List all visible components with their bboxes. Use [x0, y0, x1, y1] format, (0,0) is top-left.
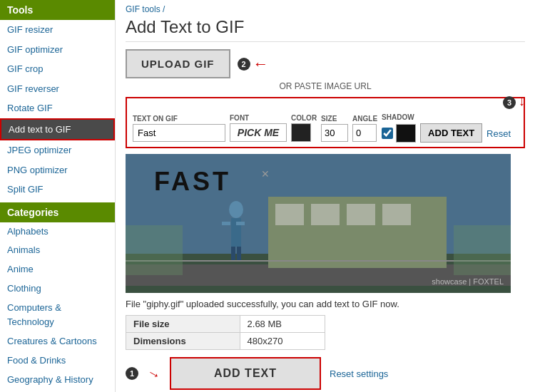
add-text-big-button[interactable]: ADD TEXT	[170, 357, 321, 390]
svg-rect-15	[126, 225, 183, 275]
bottom-badge: 1	[126, 367, 138, 380]
sidebar-item-jpeg-optimizer[interactable]: JPEG optimizer	[0, 140, 115, 160]
cat-alphabets[interactable]: Alphabets	[0, 222, 115, 242]
angle-label: ANGLE	[352, 115, 377, 123]
sidebar-item-gif-crop[interactable]: GIF crop	[0, 59, 115, 79]
breadcrumb: GIF tools /	[126, 4, 525, 14]
file-success-message: File "giphy.gif" uploaded successfully, …	[126, 299, 525, 309]
font-label: FONT	[230, 114, 287, 122]
cat-anime[interactable]: Anime	[0, 260, 115, 279]
gif-watermark: showcase | FOXTEL	[432, 277, 504, 286]
main-content: GIF tools / Add Text to GIF UPLOAD GIF 2…	[116, 0, 535, 392]
cat-clothing[interactable]: Clothing	[0, 279, 115, 299]
sidebar-item-add-text-gif[interactable]: Add text to GIF	[0, 118, 115, 141]
table-row: File size 2.68 MB	[126, 316, 325, 333]
shadow-checkbox[interactable]	[382, 128, 393, 139]
file-size-label: File size	[126, 316, 240, 333]
svg-rect-5	[311, 204, 340, 225]
font-picker[interactable]: PICK ME	[230, 123, 287, 142]
sidebar-item-gif-optimizer[interactable]: GIF optimizer	[0, 40, 115, 60]
categories-header: Categories	[0, 202, 115, 222]
svg-rect-11	[237, 247, 241, 261]
angle-group: ANGLE	[352, 115, 377, 142]
shadow-label: SHADOW	[382, 113, 416, 121]
cat-animals[interactable]: Animals	[0, 241, 115, 260]
text-on-gif-input[interactable]	[133, 124, 225, 142]
sidebar-item-gif-reverser[interactable]: GIF reverser	[0, 79, 115, 99]
text-controls-panel: 3 ↓ TEXT ON GIF FONT PICK ME COLOR SIZE	[126, 97, 525, 148]
color-picker[interactable]	[291, 123, 311, 142]
reset-link[interactable]: Reset	[486, 128, 511, 139]
dimensions-value: 480x270	[240, 333, 325, 350]
gif-overlay-text: FAST	[154, 167, 231, 197]
cat-geography[interactable]: Geography & History	[0, 371, 115, 390]
add-text-button[interactable]: ADD TEXT	[420, 123, 482, 143]
svg-rect-4	[275, 204, 304, 225]
controls-row: TEXT ON GIF FONT PICK ME COLOR SIZE ANGL…	[133, 113, 518, 143]
shadow-color-picker[interactable]	[396, 124, 416, 143]
color-group: COLOR	[291, 114, 317, 142]
upload-arrow-icon: ←	[253, 55, 269, 73]
bottom-arrow-icon: →	[144, 363, 165, 384]
page-title: Add Text to GIF	[126, 17, 525, 42]
controls-badge: 3	[503, 96, 516, 109]
table-row: Dimensions 480x270	[126, 333, 325, 350]
size-input[interactable]	[321, 124, 348, 142]
cat-food[interactable]: Food & Drinks	[0, 351, 115, 371]
sidebar: Tools GIF resizer GIF optimizer GIF crop…	[0, 0, 116, 392]
sidebar-item-png-optimizer[interactable]: PNG optimizer	[0, 160, 115, 180]
file-size-value: 2.68 MB	[240, 316, 325, 333]
sidebar-item-rotate-gif[interactable]: Rotate GIF	[0, 98, 115, 118]
cat-creatures[interactable]: Creatures & Cartoons	[0, 332, 115, 351]
or-paste-label: OR PASTE IMAGE URL	[126, 81, 525, 91]
size-group: SIZE	[321, 115, 348, 142]
cat-computers[interactable]: Computers & Technology	[0, 299, 115, 333]
sidebar-item-split-gif[interactable]: Split GIF	[0, 180, 115, 200]
shadow-group: SHADOW	[382, 113, 416, 143]
svg-rect-12	[222, 222, 230, 225]
add-text-bottom-row: 1 → ADD TEXT Reset settings	[126, 357, 525, 390]
reset-group: Reset	[486, 117, 511, 139]
gif-preview: FAST ✕ showcase | FOXTEL	[126, 154, 511, 293]
sidebar-item-gif-resizer[interactable]: GIF resizer	[0, 20, 115, 40]
angle-input[interactable]	[352, 124, 377, 142]
svg-point-8	[229, 201, 243, 218]
upload-row: UPLOAD GIF 2 ←	[126, 49, 525, 78]
reset-settings-link[interactable]: Reset settings	[330, 368, 388, 379]
svg-rect-13	[236, 222, 245, 225]
close-overlay-icon[interactable]: ✕	[261, 168, 270, 180]
text-on-gif-group: TEXT ON GIF	[133, 115, 225, 142]
font-group: FONT PICK ME	[230, 114, 287, 142]
dimensions-label: Dimensions	[126, 333, 240, 350]
svg-rect-10	[231, 247, 235, 261]
tools-header: Tools	[0, 0, 115, 20]
svg-rect-7	[382, 204, 411, 225]
controls-arrow-icon: ↓	[519, 94, 525, 109]
size-label: SIZE	[321, 115, 348, 123]
add-text-group: ADD TEXT	[420, 113, 482, 143]
upload-badge: 2	[238, 58, 250, 71]
svg-rect-16	[454, 225, 511, 275]
breadcrumb-link[interactable]: GIF tools /	[126, 4, 165, 14]
text-on-gif-label: TEXT ON GIF	[133, 115, 225, 123]
file-info-table: File size 2.68 MB Dimensions 480x270	[126, 315, 325, 350]
color-label: COLOR	[291, 114, 317, 122]
upload-gif-button[interactable]: UPLOAD GIF	[126, 49, 230, 78]
svg-rect-6	[347, 204, 375, 225]
